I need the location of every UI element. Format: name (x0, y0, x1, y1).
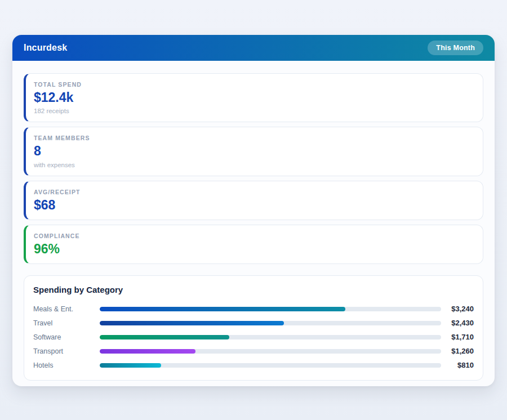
bar-track (100, 307, 441, 311)
period-badge[interactable]: This Month (428, 41, 483, 55)
stat-card-team-members: TEAM MEMBERS 8 with expenses (24, 127, 483, 176)
stat-value: 96% (34, 242, 474, 256)
category-label: Software (33, 333, 100, 341)
spending-chart-card: Spending by Category Meals & Ent. $3,240… (24, 275, 483, 381)
bar-track (100, 335, 441, 339)
stat-card-avg-receipt: AVG/RECEIPT $68 (24, 181, 483, 220)
panel-content: TOTAL SPEND $12.4k 182 receipts TEAM MEM… (12, 61, 495, 381)
stat-label: TEAM MEMBERS (34, 135, 474, 141)
category-label: Hotels (33, 361, 100, 369)
bar-fill (100, 363, 161, 368)
bar-track (100, 349, 441, 354)
stat-value: $12.4k (34, 91, 474, 105)
bar-fill (100, 307, 345, 311)
bar-track (100, 321, 441, 325)
chart-row: Hotels $810 (33, 358, 474, 372)
dashboard-panel: Incurdesk This Month TOTAL SPEND $12.4k … (12, 35, 495, 386)
stat-label: AVG/RECEIPT (34, 189, 474, 195)
bar-fill (100, 335, 229, 339)
app-title: Incurdesk (24, 43, 67, 53)
stat-label: COMPLIANCE (34, 233, 474, 239)
stat-subtext: with expenses (34, 162, 474, 168)
chart-rows: Meals & Ent. $3,240 Travel $2,430 Softwa… (33, 302, 474, 372)
stat-card-total-spend: TOTAL SPEND $12.4k 182 receipts (24, 73, 483, 122)
chart-title: Spending by Category (33, 285, 474, 294)
category-value: $810 (441, 361, 474, 369)
chart-row: Software $1,710 (33, 330, 474, 344)
category-value: $1,710 (441, 333, 474, 341)
chart-row: Meals & Ent. $3,240 (33, 302, 474, 316)
stat-subtext: 182 receipts (34, 108, 474, 114)
category-value: $3,240 (441, 305, 474, 313)
bar-fill (100, 321, 284, 325)
stats-list: TOTAL SPEND $12.4k 182 receipts TEAM MEM… (24, 73, 483, 264)
bar-fill (100, 349, 195, 354)
category-label: Meals & Ent. (33, 305, 100, 313)
chart-row: Transport $1,260 (33, 344, 474, 358)
chart-row: Travel $2,430 (33, 316, 474, 330)
stat-value: $68 (34, 198, 474, 212)
bar-track (100, 363, 441, 368)
category-label: Travel (33, 319, 100, 327)
stat-label: TOTAL SPEND (34, 81, 474, 88)
stat-card-compliance: COMPLIANCE 96% (24, 225, 483, 264)
stat-value: 8 (34, 144, 474, 158)
category-value: $1,260 (441, 347, 474, 355)
category-value: $2,430 (441, 319, 474, 327)
category-label: Transport (33, 347, 100, 355)
app-header: Incurdesk This Month (12, 35, 495, 61)
